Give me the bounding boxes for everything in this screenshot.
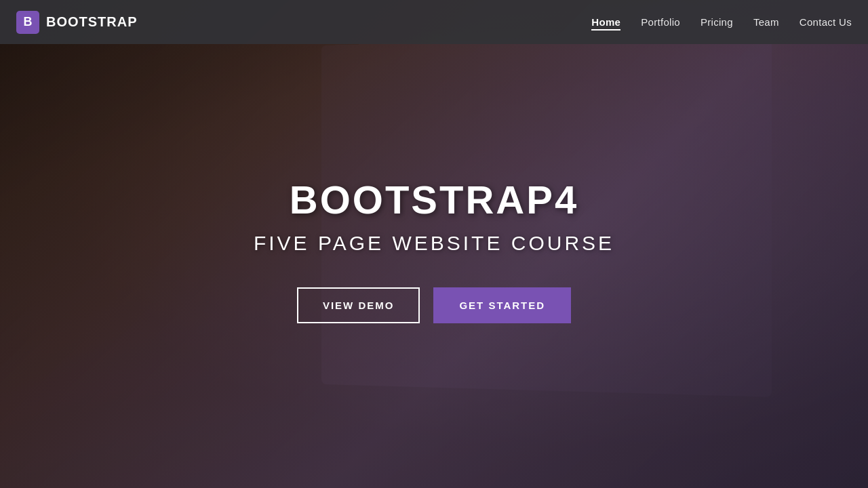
nav-item-team[interactable]: Team <box>753 16 779 28</box>
nav-item-home[interactable]: Home <box>591 16 620 28</box>
brand-icon: B <box>16 11 39 34</box>
view-demo-button[interactable]: VIEW DEMO <box>297 287 420 323</box>
nav-link-portfolio[interactable]: Portfolio <box>641 16 680 28</box>
brand-logo[interactable]: B BOOTSTRAP <box>16 11 138 34</box>
nav-item-contact[interactable]: Contact Us <box>800 16 852 28</box>
hero-content: BOOTSTRAP4 FIVE PAGE WEBSITE COURSE VIEW… <box>254 178 614 324</box>
nav-links: Home Portfolio Pricing Team Contact Us <box>591 16 852 28</box>
nav-link-home[interactable]: Home <box>591 16 620 30</box>
nav-link-pricing[interactable]: Pricing <box>701 16 733 28</box>
nav-link-contact[interactable]: Contact Us <box>800 16 852 28</box>
get-started-button[interactable]: GET STARTED <box>433 287 571 323</box>
hero-section: BOOTSTRAP4 FIVE PAGE WEBSITE COURSE VIEW… <box>0 0 868 488</box>
brand-name: BOOTSTRAP <box>46 14 138 30</box>
nav-item-portfolio[interactable]: Portfolio <box>641 16 680 28</box>
hero-title: BOOTSTRAP4 <box>254 178 614 222</box>
nav-item-pricing[interactable]: Pricing <box>701 16 733 28</box>
hero-subtitle: FIVE PAGE WEBSITE COURSE <box>254 232 614 255</box>
nav-link-team[interactable]: Team <box>753 16 779 28</box>
navbar: B BOOTSTRAP Home Portfolio Pricing Team … <box>0 0 868 44</box>
hero-buttons: VIEW DEMO GET STARTED <box>254 287 614 323</box>
